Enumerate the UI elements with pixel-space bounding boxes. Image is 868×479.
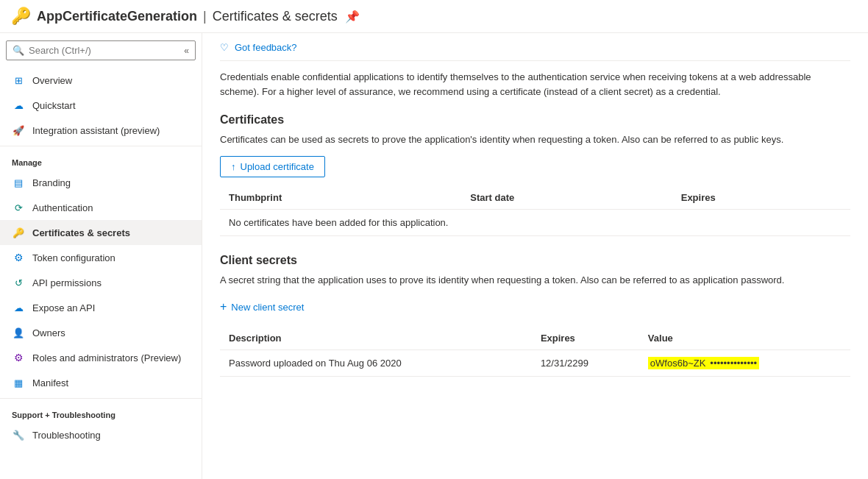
main-layout: 🔍 « ⊞ Overview ☁ Quickstart 🚀 Integratio… <box>0 33 868 479</box>
client-secrets-title: Client secrets <box>220 254 850 267</box>
col-description: Description <box>220 327 532 350</box>
manage-section-label: Manage <box>0 149 202 170</box>
table-row: Password uploaded on Thu Aug 06 2020 12/… <box>220 350 850 377</box>
table-row: No certificates have been added for this… <box>220 209 850 235</box>
search-box[interactable]: 🔍 « <box>6 40 196 60</box>
certificates-table-header: Thumbprint Start date Expires <box>220 186 850 210</box>
pin-icon[interactable]: 📌 <box>345 10 360 24</box>
sidebar-item-label: Manifest <box>32 377 68 388</box>
sidebar-item-manifest[interactable]: ▦ Manifest <box>0 370 202 395</box>
sidebar-item-label: Integration assistant (preview) <box>32 125 160 136</box>
certificates-table: Thumbprint Start date Expires No certifi… <box>220 186 850 236</box>
sidebar-item-label: Owners <box>32 327 65 338</box>
main-content: ♡ Got feedback? Credentials enable confi… <box>202 33 868 479</box>
sidebar-item-label: Authentication <box>32 202 93 213</box>
upload-icon: ↑ <box>231 161 236 172</box>
heart-icon: ♡ <box>220 42 229 53</box>
secret-value: oWfos6b~ZK•••••••••••••• <box>639 350 850 377</box>
sidebar-item-quickstart[interactable]: ☁ Quickstart <box>0 93 202 118</box>
app-title: AppCertificateGeneration | Certificates … <box>37 9 338 24</box>
secret-value-text: oWfos6b~ZK•••••••••••••• <box>648 357 759 369</box>
top-bar: 🔑 AppCertificateGeneration | Certificate… <box>0 0 868 33</box>
sidebar-item-label: Token configuration <box>32 252 115 263</box>
secret-value-suffix: •••••••••••••• <box>708 357 759 369</box>
app-icon: 🔑 <box>12 7 29 25</box>
api-icon: ↺ <box>12 276 25 289</box>
title-separator: | <box>203 9 207 24</box>
sidebar-item-branding[interactable]: ▤ Branding <box>0 170 202 195</box>
sidebar-item-authentication[interactable]: ⟳ Authentication <box>0 195 202 220</box>
feedback-bar[interactable]: ♡ Got feedback? <box>220 33 850 61</box>
collapse-button[interactable]: « <box>184 46 189 56</box>
secret-value-highlighted: oWfos6b~ZK <box>648 357 708 369</box>
cloud-icon: ☁ <box>12 99 25 112</box>
branding-icon: ▤ <box>12 176 25 189</box>
col-expires: Expires <box>672 186 850 210</box>
sidebar-item-label: Roles and administrators (Preview) <box>32 352 181 363</box>
sidebar-item-certificates[interactable]: 🔑 Certificates & secrets <box>0 220 202 245</box>
new-client-secret-button[interactable]: + New client secret <box>220 296 304 318</box>
nav-divider-2 <box>0 398 202 399</box>
feedback-label: Got feedback? <box>235 42 297 53</box>
client-secrets-description: A secret string that the application use… <box>220 273 850 288</box>
sidebar-item-label: Troubleshooting <box>32 430 101 441</box>
search-icon: 🔍 <box>13 45 24 56</box>
upload-certificate-button[interactable]: ↑ Upload certificate <box>220 156 325 177</box>
sidebar-item-roles[interactable]: ⚙ Roles and administrators (Preview) <box>0 345 202 370</box>
app-name: AppCertificateGeneration <box>37 9 197 24</box>
col-value: Value <box>639 327 850 350</box>
sidebar-item-expose[interactable]: ☁ Expose an API <box>0 295 202 320</box>
sidebar-item-api[interactable]: ↺ API permissions <box>0 270 202 295</box>
manifest-icon: ▦ <box>12 376 25 389</box>
sidebar-item-label: Certificates & secrets <box>32 227 130 238</box>
secret-description: Password uploaded on Thu Aug 06 2020 <box>220 350 532 377</box>
expose-icon: ☁ <box>12 301 25 314</box>
client-secrets-section: Client secrets A secret string that the … <box>220 254 850 377</box>
sidebar-item-token[interactable]: ⚙ Token configuration <box>0 245 202 270</box>
credentials-description: Credentials enable confidential applicat… <box>220 70 850 99</box>
sidebar-item-label: Branding <box>32 177 71 188</box>
sidebar-item-label: Overview <box>32 75 72 86</box>
client-secrets-table-header: Description Expires Value <box>220 327 850 350</box>
secret-expires: 12/31/2299 <box>532 350 639 377</box>
sidebar-item-label: API permissions <box>32 277 102 288</box>
search-input[interactable] <box>29 45 132 56</box>
col-expires: Expires <box>532 327 639 350</box>
plus-icon: + <box>220 300 227 313</box>
roles-icon: ⚙ <box>12 351 25 364</box>
certificates-section: Certificates Certificates can be used as… <box>220 113 850 236</box>
rocket-icon: 🚀 <box>12 124 25 137</box>
client-secrets-table: Description Expires Value Password uploa… <box>220 327 850 377</box>
token-icon: ⚙ <box>12 251 25 264</box>
auth-icon: ⟳ <box>12 201 25 214</box>
sidebar: 🔍 « ⊞ Overview ☁ Quickstart 🚀 Integratio… <box>0 33 202 479</box>
cert-icon: 🔑 <box>12 226 25 239</box>
owners-icon: 👤 <box>12 326 25 339</box>
page-title: Certificates & secrets <box>213 9 338 24</box>
grid-icon: ⊞ <box>12 74 25 87</box>
sidebar-item-troubleshooting[interactable]: 🔧 Troubleshooting <box>0 422 202 447</box>
no-certificates-message: No certificates have been added for this… <box>220 209 850 235</box>
certificates-description: Certificates can be used as secrets to p… <box>220 132 850 147</box>
col-thumbprint: Thumbprint <box>220 186 461 210</box>
certificates-title: Certificates <box>220 113 850 127</box>
sidebar-item-overview[interactable]: ⊞ Overview <box>0 68 202 93</box>
support-section-label: Support + Troubleshooting <box>0 402 202 422</box>
sidebar-item-label: Quickstart <box>32 100 76 111</box>
sidebar-item-label: Expose an API <box>32 302 95 313</box>
sidebar-item-owners[interactable]: 👤 Owners <box>0 320 202 345</box>
col-startdate: Start date <box>461 186 672 210</box>
support-icon: 🔧 <box>12 428 25 441</box>
nav-divider <box>0 146 202 146</box>
sidebar-item-integration[interactable]: 🚀 Integration assistant (preview) <box>0 118 202 143</box>
